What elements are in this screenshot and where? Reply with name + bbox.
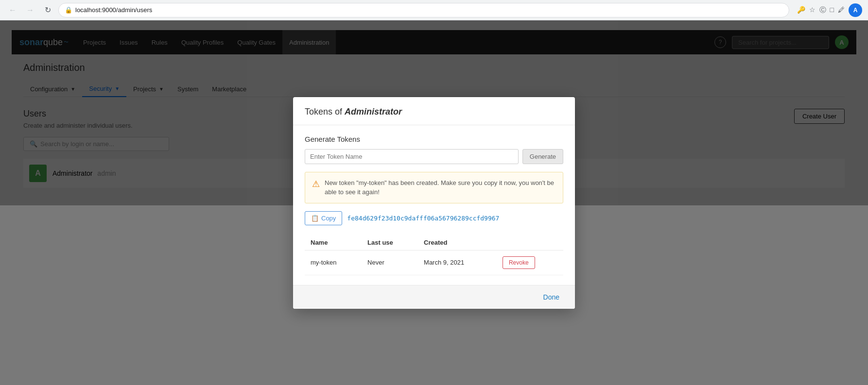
url-text: localhost:9000/admin/users [75,6,152,14]
skype-icon[interactable]: Ⓒ [819,6,826,15]
tokens-modal: Tokens of Administrator Generate Tokens … [293,97,575,206]
token-name-input[interactable] [305,149,519,164]
token-created-alert: ⚠ New token "my-token" has been created.… [305,172,563,203]
lock-icon: 🔒 [65,6,72,14]
modal-title: Tokens of Administrator [305,107,563,117]
warning-icon: ⚠ [312,179,320,197]
star-icon[interactable]: ☆ [809,6,816,15]
generate-tokens-heading: Generate Tokens [305,135,563,143]
address-bar[interactable]: 🔒 localhost:9000/admin/users [58,3,789,17]
modal-body: Generate Tokens Generate ⚠ New token "my… [293,125,575,206]
profile-icon[interactable]: 🖉 [838,6,845,15]
modal-overlay: Tokens of Administrator Generate Tokens … [0,20,868,205]
key-icon: 🔑 [797,6,805,15]
generate-button[interactable]: Generate [522,149,563,164]
browser-user-avatar[interactable]: A [849,3,862,17]
alert-message: New token "my-token" has been created. M… [325,178,556,197]
back-button[interactable]: ← [6,3,19,17]
browser-chrome: ← → ↻ 🔒 localhost:9000/admin/users 🔑 ☆ Ⓒ… [0,0,868,20]
extension-icon[interactable]: □ [830,6,834,15]
generate-token-row: Generate [305,149,563,164]
forward-button[interactable]: → [23,3,37,17]
browser-toolbar-icons: 🔑 ☆ Ⓒ □ 🖉 [797,6,845,15]
reload-button[interactable]: ↻ [41,3,54,17]
modal-header: Tokens of Administrator [293,97,575,125]
